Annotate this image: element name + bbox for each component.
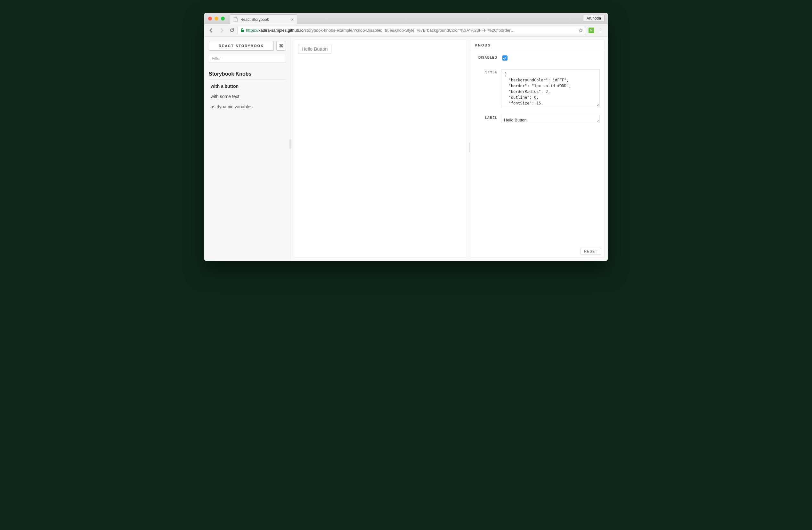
close-tab-icon[interactable]: × <box>291 17 294 22</box>
url-host: kadira-samples.github.io <box>258 28 304 33</box>
lock-icon <box>241 28 244 32</box>
page-icon <box>233 17 238 22</box>
knob-row-label: LABEL <box>470 112 604 127</box>
sidebar-section-title[interactable]: Storybook Knobs <box>209 69 286 80</box>
window-zoom-icon[interactable] <box>221 17 225 20</box>
browser-tab[interactable]: React Storybook × <box>230 14 297 24</box>
reset-button[interactable]: RESET <box>580 248 601 255</box>
tab-title: React Storybook <box>241 17 269 22</box>
storybook-app: REACT STORYBOOK ⌘ Storybook Knobs with a… <box>204 37 608 261</box>
forward-button[interactable] <box>217 26 226 35</box>
address-bar[interactable]: https://kadira-samples.github.io/storybo… <box>237 26 586 35</box>
story-button[interactable]: Hello Button <box>298 44 331 54</box>
storybook-title-button[interactable]: REACT STORYBOOK <box>209 41 274 51</box>
url-path: /storybook-knobs-example/?knob-Disabled=… <box>304 28 515 33</box>
knob-checkbox-disabled[interactable] <box>502 55 508 60</box>
window-close-icon[interactable] <box>208 17 212 20</box>
filter-input[interactable] <box>209 54 286 63</box>
preview-pane: Hello Button <box>294 40 467 257</box>
traffic-lights <box>208 17 225 20</box>
knob-row-style: STYLE <box>470 66 604 112</box>
knob-textarea-style[interactable] <box>501 69 600 107</box>
browser-window: React Storybook × Arunoda https://kadira… <box>204 13 608 261</box>
back-button[interactable] <box>207 26 216 35</box>
sidebar: REACT STORYBOOK ⌘ Storybook Knobs with a… <box>204 37 291 261</box>
sidebar-item-with-a-button[interactable]: with a button <box>209 81 286 91</box>
resize-handle-left[interactable] <box>289 139 291 149</box>
menu-icon[interactable]: ⋮ <box>597 26 605 34</box>
shortcut-button[interactable]: ⌘ <box>276 41 286 51</box>
extension-icon[interactable]: E <box>587 26 596 34</box>
profile-chip[interactable]: Arunoda <box>583 15 605 22</box>
bookmark-star-icon[interactable] <box>577 28 583 33</box>
new-tab-area[interactable] <box>299 16 307 24</box>
reload-button[interactable] <box>227 26 236 35</box>
panel-title: KNOBS <box>470 40 604 51</box>
sidebar-item-as-dynamic-variables[interactable]: as dynamic variables <box>209 101 286 112</box>
url-protocol: https:// <box>246 28 258 33</box>
knob-textarea-label[interactable] <box>501 115 600 123</box>
svg-rect-0 <box>241 30 244 32</box>
browser-toolbar: https://kadira-samples.github.io/storybo… <box>204 24 608 37</box>
titlebar: React Storybook × Arunoda <box>204 13 608 24</box>
knob-label-disabled: DISABLED <box>475 55 497 59</box>
knob-label-label: LABEL <box>475 115 497 120</box>
knob-label-style: STYLE <box>475 69 497 74</box>
addon-panel: KNOBS DISABLED STYLE LABEL <box>470 40 605 257</box>
window-minimize-icon[interactable] <box>215 17 218 20</box>
knob-row-disabled: DISABLED <box>470 51 604 66</box>
sidebar-item-with-some-text[interactable]: with some text <box>209 91 286 101</box>
